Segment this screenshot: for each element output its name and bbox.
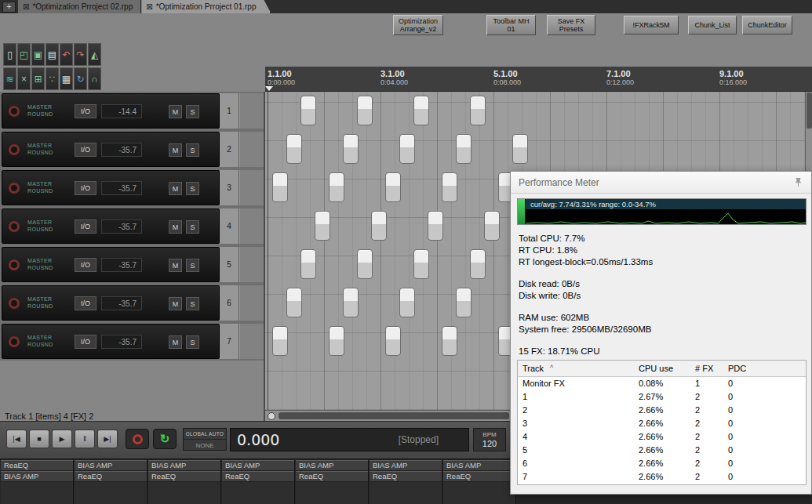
- volume-value[interactable]: -35.7: [101, 258, 142, 272]
- lock-icon[interactable]: ∩: [88, 67, 101, 90]
- project-tab[interactable]: ⊠*Optimization Prroject 01.rpp: [141, 0, 271, 13]
- volume-value[interactable]: -35.7: [101, 335, 142, 349]
- media-item[interactable]: [484, 211, 500, 241]
- table-header-cpu-use[interactable]: CPU use: [634, 361, 690, 377]
- record-arm-button[interactable]: [9, 144, 20, 155]
- envelope-icon[interactable]: ∵: [46, 67, 59, 90]
- scroll-zoom-button[interactable]: [268, 412, 275, 420]
- media-item[interactable]: [428, 211, 443, 241]
- media-item[interactable]: [343, 134, 359, 164]
- fx-slot-bias-amp[interactable]: BIAS AMP: [370, 460, 442, 471]
- media-item[interactable]: [329, 326, 344, 356]
- track-control-panel[interactable]: MASTERROUSNDI/O-35.7MS: [2, 132, 220, 167]
- volume-value[interactable]: -35.7: [101, 181, 142, 195]
- media-item[interactable]: [413, 249, 429, 279]
- global-automation-override[interactable]: GLOBAL AUTO NONE: [183, 428, 227, 451]
- record-button[interactable]: [126, 429, 149, 449]
- fx-slot-reaeq[interactable]: ReaEQ: [148, 471, 220, 482]
- pause-button[interactable]: ‖: [75, 430, 95, 448]
- edit-cursor-marker[interactable]: [265, 86, 273, 91]
- fx-slot-bias-amp[interactable]: BIAS AMP: [222, 460, 294, 471]
- media-item[interactable]: [399, 134, 415, 164]
- media-item[interactable]: [442, 326, 457, 356]
- stop-button[interactable]: ■: [29, 430, 49, 448]
- toolbar-button-toolbar-mh-01[interactable]: Toolbar MH 01: [486, 15, 536, 35]
- io-button[interactable]: I/O: [75, 258, 96, 272]
- media-item[interactable]: [413, 96, 429, 125]
- volume-value[interactable]: -35.7: [101, 143, 142, 157]
- metronome-icon[interactable]: ◭: [88, 43, 101, 66]
- track-control-panel[interactable]: MASTERROUSNDI/O-35.7MS: [2, 208, 220, 244]
- timeline-ruler[interactable]: 1.1.000:00.0003.1.000:04.0005.1.000:08.0…: [265, 67, 812, 92]
- io-button[interactable]: I/O: [75, 335, 96, 349]
- toolbar-button-chunk-list[interactable]: Chunk_List: [688, 16, 737, 34]
- mute-button[interactable]: M: [169, 259, 182, 272]
- media-item[interactable]: [300, 249, 316, 279]
- vertical-scroll-thumb[interactable]: [807, 92, 812, 129]
- record-arm-button[interactable]: [9, 106, 20, 117]
- media-item[interactable]: [456, 288, 472, 317]
- fx-slot-bias-amp[interactable]: BIAS AMP: [1, 471, 73, 482]
- table-header-pdc[interactable]: PDC: [723, 361, 806, 377]
- new-project-icon[interactable]: ▯: [3, 43, 16, 66]
- grid-settings-icon[interactable]: ▦: [60, 67, 73, 90]
- fx-slot-reaeq[interactable]: ReaEQ: [296, 471, 368, 482]
- record-arm-button[interactable]: [9, 259, 20, 270]
- solo-button[interactable]: S: [186, 143, 199, 157]
- mute-button[interactable]: M: [169, 105, 182, 118]
- play-button[interactable]: ▶: [52, 430, 72, 448]
- snap-to-grid-icon[interactable]: ⊞: [31, 67, 45, 90]
- fx-slot-bias-amp[interactable]: BIAS AMP: [148, 460, 220, 471]
- media-item[interactable]: [442, 172, 457, 202]
- solo-button[interactable]: S: [186, 105, 199, 118]
- track-control-panel[interactable]: MASTERROUSNDI/O-35.7MS: [2, 324, 220, 359]
- table-row[interactable]: 52.66%20: [518, 444, 806, 457]
- solo-button[interactable]: S: [186, 182, 199, 195]
- media-item[interactable]: [399, 288, 415, 317]
- io-button[interactable]: I/O: [75, 143, 96, 157]
- media-item[interactable]: [315, 211, 330, 241]
- mute-button[interactable]: M: [169, 297, 182, 310]
- go-to-end-button[interactable]: ▶|: [97, 430, 118, 448]
- io-button[interactable]: I/O: [75, 181, 96, 195]
- fx-slot-reaeq[interactable]: ReaEQ: [75, 471, 147, 482]
- routing-button[interactable]: MASTERROUSND: [27, 334, 53, 348]
- table-row[interactable]: 22.66%20: [518, 404, 806, 417]
- mute-button[interactable]: M: [169, 335, 182, 349]
- toolbar-button-save-fx-presets[interactable]: Save FX Presets: [547, 15, 595, 35]
- fx-slot-reaeq[interactable]: ReaEQ: [1, 460, 73, 471]
- track-control-panel[interactable]: MASTERROUSNDI/O-35.7MS: [2, 170, 220, 205]
- table-row[interactable]: 72.66%20: [518, 470, 806, 484]
- routing-button[interactable]: MASTERROUSND: [27, 257, 53, 271]
- pin-icon[interactable]: [793, 177, 803, 187]
- media-item[interactable]: [470, 96, 486, 125]
- media-item[interactable]: [272, 326, 288, 356]
- media-item[interactable]: [385, 172, 401, 202]
- routing-button[interactable]: MASTERROUSND: [27, 296, 53, 310]
- repeat-toggle-button[interactable]: ↻: [153, 429, 177, 449]
- routing-button[interactable]: MASTERROUSND: [27, 219, 53, 233]
- media-explorer-icon[interactable]: ≋: [3, 67, 16, 90]
- media-item[interactable]: [371, 211, 387, 241]
- io-button[interactable]: I/O: [75, 296, 96, 310]
- track-control-panel[interactable]: MASTERROUSNDI/O-35.7MS: [2, 247, 220, 282]
- record-arm-button[interactable]: [9, 183, 20, 194]
- track-control-panel[interactable]: MASTERROUSNDI/O-35.7MS: [2, 285, 220, 321]
- toolbar-button-chunkeditor[interactable]: ChunkEditor: [742, 16, 792, 34]
- media-item[interactable]: [329, 172, 344, 202]
- save-project-icon[interactable]: ▣: [31, 43, 45, 66]
- toolbar-button-fxrack5m[interactable]: !FXRack5M: [624, 16, 679, 34]
- solo-button[interactable]: S: [186, 297, 199, 310]
- media-item[interactable]: [343, 288, 359, 317]
- project-tab[interactable]: ⊠*Optimization Prroject 02.rpp: [18, 0, 141, 13]
- routing-button[interactable]: MASTERROUSND: [27, 142, 53, 156]
- project-settings-icon[interactable]: ▤: [46, 43, 59, 66]
- record-arm-button[interactable]: [9, 336, 20, 347]
- volume-value[interactable]: -35.7: [101, 219, 142, 234]
- media-item[interactable]: [300, 96, 316, 125]
- solo-button[interactable]: S: [186, 335, 199, 349]
- undo-icon[interactable]: ↶: [60, 43, 73, 66]
- panel-divider[interactable]: [264, 92, 265, 421]
- record-arm-button[interactable]: [9, 298, 20, 309]
- table-row[interactable]: 32.66%20: [518, 417, 806, 430]
